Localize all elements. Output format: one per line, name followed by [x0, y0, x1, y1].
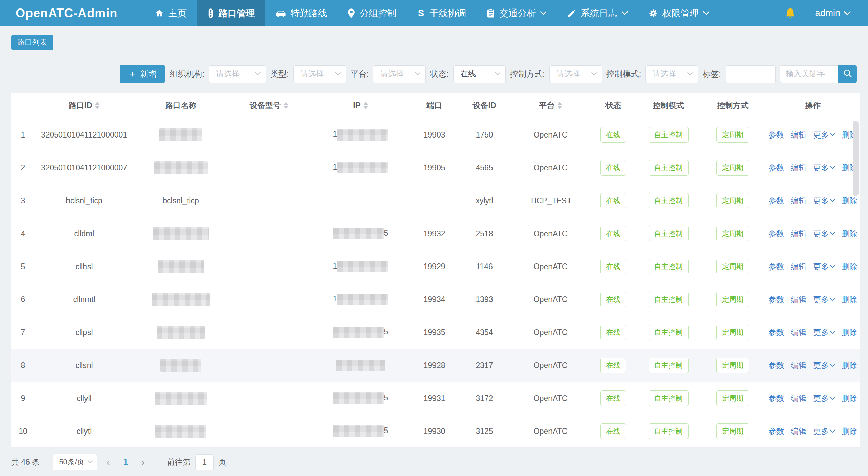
- edit-link[interactable]: 编辑: [791, 360, 807, 371]
- column-header-3[interactable]: 设备型号: [228, 100, 310, 111]
- sort-icon[interactable]: [363, 102, 368, 109]
- control-method-badge: 定周期: [716, 160, 749, 176]
- table-row[interactable]: 9cllyll5199313172OpenATC在线自主控制定周期参数编辑更多删…: [11, 382, 860, 415]
- edit-link[interactable]: 编辑: [791, 327, 807, 338]
- nav-item-system-log[interactable]: 系统日志: [557, 0, 638, 26]
- more-link[interactable]: 更多: [813, 196, 835, 206]
- delete-link[interactable]: 删除: [842, 360, 857, 371]
- more-link[interactable]: 更多: [813, 426, 835, 437]
- status-badge: 在线: [600, 423, 626, 439]
- table-row[interactable]: 5cllhsl1199291146OpenATC在线自主控制定周期参数编辑更多删…: [11, 250, 860, 283]
- table-row[interactable]: 7cllpsl5199354354OpenATC在线自主控制定周期参数编辑更多删…: [11, 316, 860, 349]
- edit-link[interactable]: 编辑: [791, 261, 807, 272]
- cell-intersection-name: [133, 326, 228, 339]
- filter-select-control-method[interactable]: 请选择: [549, 65, 602, 83]
- edit-link[interactable]: 编辑: [791, 294, 807, 305]
- edit-link[interactable]: 编辑: [791, 196, 807, 206]
- delete-link[interactable]: 删除: [842, 294, 857, 305]
- edit-link[interactable]: 编辑: [791, 228, 807, 239]
- sort-icon[interactable]: [95, 102, 100, 109]
- more-link[interactable]: 更多: [813, 163, 835, 173]
- add-button[interactable]: ＋ 新增: [120, 65, 165, 83]
- table-row[interactable]: 6cllnmtl1199341393OpenATC在线自主控制定周期参数编辑更多…: [11, 283, 860, 316]
- page-size-select[interactable]: 50条/页: [53, 454, 97, 470]
- table-row[interactable]: 4clldml5199322518OpenATC在线自主控制定周期参数编辑更多删…: [11, 217, 860, 250]
- filter-select-org[interactable]: 请选择: [209, 65, 266, 83]
- more-link[interactable]: 更多: [813, 327, 835, 338]
- edit-link[interactable]: 编辑: [791, 393, 807, 404]
- goto-page-input[interactable]: [195, 454, 214, 470]
- table-row[interactable]: 10cllytl5199303125OpenATC在线自主控制定周期参数编辑更多…: [11, 415, 860, 448]
- params-link[interactable]: 参数: [769, 360, 784, 371]
- control-method-badge: 定周期: [716, 127, 749, 143]
- params-link[interactable]: 参数: [769, 228, 784, 239]
- chevron-down-icon: [540, 11, 547, 15]
- redacted-text: [336, 360, 385, 371]
- page-tab-intersection-list[interactable]: 路口列表: [11, 35, 53, 50]
- filter-label-type: 类型:: [270, 69, 289, 79]
- column-header-1[interactable]: 路口ID: [35, 100, 133, 111]
- delete-link[interactable]: 删除: [842, 327, 857, 338]
- nav-item-home[interactable]: 主页: [144, 0, 197, 26]
- more-link[interactable]: 更多: [813, 261, 835, 272]
- filter-select-platform[interactable]: 请选择: [373, 65, 426, 83]
- user-menu[interactable]: admin: [815, 8, 851, 18]
- params-link[interactable]: 参数: [769, 393, 784, 404]
- filter-input-tag[interactable]: [726, 65, 776, 83]
- status-badge: 在线: [600, 390, 626, 406]
- column-header-4[interactable]: IP: [310, 101, 411, 110]
- delete-link[interactable]: 删除: [842, 261, 857, 272]
- nav-item-permission-management[interactable]: 权限管理: [638, 0, 720, 26]
- table-row[interactable]: 8cllsnl199282317OpenATC在线自主控制定周期参数编辑更多删除: [11, 349, 860, 382]
- keyword-input[interactable]: [780, 65, 838, 83]
- params-link[interactable]: 参数: [769, 196, 784, 206]
- params-link[interactable]: 参数: [769, 261, 784, 272]
- params-link[interactable]: 参数: [769, 294, 784, 305]
- next-page-button[interactable]: ›: [133, 457, 154, 467]
- sort-icon[interactable]: [284, 102, 288, 109]
- edit-link[interactable]: 编辑: [791, 130, 807, 140]
- more-link[interactable]: 更多: [813, 393, 835, 404]
- more-link[interactable]: 更多: [813, 360, 835, 371]
- params-link[interactable]: 参数: [769, 426, 784, 437]
- nav-item-label: 权限管理: [662, 7, 699, 19]
- edit-link[interactable]: 编辑: [791, 426, 807, 437]
- cell-device-id: 3172: [457, 394, 512, 403]
- delete-link[interactable]: 删除: [842, 228, 857, 239]
- delete-link[interactable]: 删除: [842, 426, 857, 437]
- filter-select-type[interactable]: 请选择: [293, 65, 346, 83]
- redacted-text: [333, 228, 384, 239]
- table-scrollbar[interactable]: [853, 121, 859, 196]
- delete-link[interactable]: 删除: [842, 393, 857, 404]
- edit-link[interactable]: 编辑: [791, 163, 807, 173]
- params-link[interactable]: 参数: [769, 163, 784, 173]
- nav-item-trunk-coordination[interactable]: S干线协调: [406, 0, 476, 26]
- table-row[interactable]: 1320501010411210000011199031750OpenATC在线…: [11, 118, 860, 151]
- filter-select-status[interactable]: 在线: [453, 65, 506, 83]
- delete-link[interactable]: 删除: [842, 196, 857, 206]
- filter-select-control-mode[interactable]: 请选择: [645, 65, 698, 83]
- control-method-badge: 定周期: [716, 390, 749, 406]
- more-link[interactable]: 更多: [813, 294, 835, 305]
- bell-icon[interactable]: [784, 7, 796, 19]
- params-link[interactable]: 参数: [769, 327, 784, 338]
- current-page[interactable]: 1: [118, 457, 132, 467]
- table-row[interactable]: 3bclsnl_ticpbclsnl_ticpxylytlTICP_TEST在线…: [11, 184, 860, 217]
- column-header-7[interactable]: 平台: [512, 100, 590, 111]
- sort-icon[interactable]: [557, 102, 562, 109]
- more-link[interactable]: 更多: [813, 228, 835, 239]
- redacted-text: [157, 326, 205, 339]
- search-button[interactable]: [838, 65, 857, 83]
- table-body: 1320501010411210000011199031750OpenATC在线…: [11, 118, 860, 448]
- nav-item-intersection-management[interactable]: 路口管理: [197, 0, 265, 26]
- more-link[interactable]: 更多: [813, 130, 835, 140]
- cell-intersection-id: cllpsl: [35, 328, 133, 337]
- table-row[interactable]: 2320501010411210000071199054565OpenATC在线…: [11, 151, 860, 184]
- cell-platform: OpenATC: [512, 361, 590, 370]
- nav-item-special-route[interactable]: 特勤路线: [265, 0, 337, 26]
- nav-item-traffic-analysis[interactable]: 交通分析: [476, 0, 557, 26]
- nav-item-group-control[interactable]: 分组控制: [337, 0, 406, 26]
- prev-page-button[interactable]: ‹: [97, 457, 118, 467]
- params-link[interactable]: 参数: [769, 130, 784, 140]
- control-mode-badge: 自主控制: [649, 358, 689, 373]
